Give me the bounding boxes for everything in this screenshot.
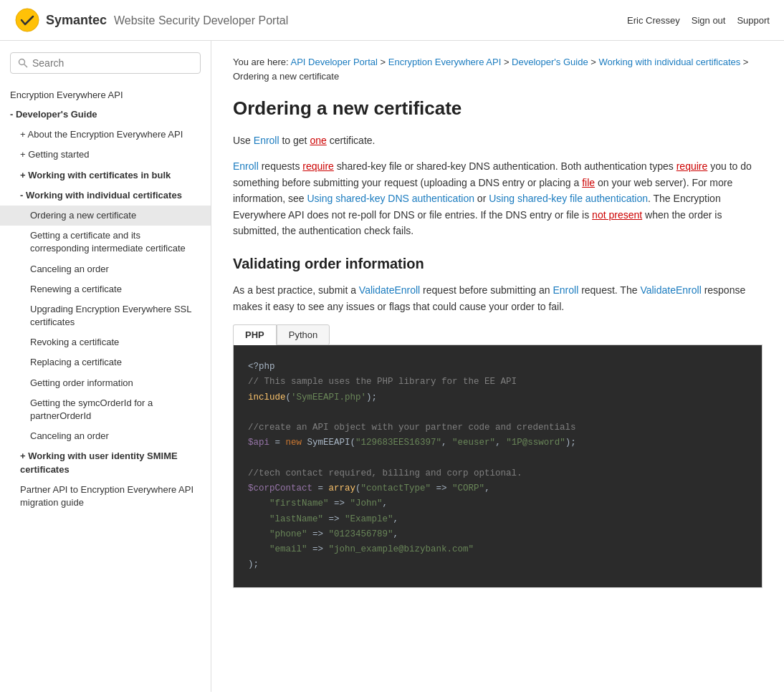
code-line-2: // This sample uses the PHP library for … [248,375,747,390]
code-line-9: "lastName" => "Example", [248,512,747,527]
code-line-12: ); [248,557,747,572]
file-auth-link[interactable]: Using shared-key file authentication [489,193,648,204]
sidebar-item-getting-symcorderid[interactable]: Getting the symcOrderId for a partnerOrd… [0,393,211,426]
breadcrumb-working-individual[interactable]: Working with individual certificates [599,57,741,67]
tab-php[interactable]: PHP [233,324,277,345]
svg-line-2 [24,64,28,68]
breadcrumb-devguide[interactable]: Developer's Guide [512,57,588,67]
code-line-empty1 [248,405,747,420]
sidebar-item-working-bulk[interactable]: + Working with certificates in bulk [0,165,211,185]
toggle-icon: - [10,109,16,120]
sidebar-item-getting-cert[interactable]: Getting a certificate and its correspond… [0,226,211,259]
toggle-plus-icon: + [20,450,28,461]
sidebar-item-canceling-order[interactable]: Canceling an order [0,259,211,279]
breadcrumb-current: Ordering a new certificate [233,71,339,82]
symantec-logo-icon [14,7,40,33]
body-paragraph-1: Enroll requests require shared-key file … [233,158,763,238]
toggle-minus-icon: - [20,190,26,201]
toggle-plus-icon: + [20,149,28,160]
toggle-plus-icon: + [20,129,28,140]
section2-paragraph: As a best practice, submit a ValidateEnr… [233,282,763,314]
dns-auth-link[interactable]: Using shared-key DNS authentication [307,193,474,204]
sidebar-section-title: Encryption Everywhere API [0,85,211,105]
sidebar-item-renewing-cert[interactable]: Renewing a certificate [0,279,211,299]
validate-enroll-link-1[interactable]: ValidateEnroll [359,284,420,296]
sidebar: Encryption Everywhere API - Developer's … [0,41,211,692]
header: Symantec Website Security Developer Port… [0,0,784,41]
code-line-11: "email" => "john_example@bizybank.com" [248,542,747,557]
enroll-link-3[interactable]: Enroll [553,284,578,296]
sidebar-item-upgrading-ssl[interactable]: Upgrading Encryption Everywhere SSL cert… [0,299,211,332]
search-box[interactable] [10,52,201,74]
code-line-5: $api = new SymEEAPI("129683EES16397", "e… [248,435,747,450]
sidebar-item-developers-guide[interactable]: - Developer's Guide [0,105,211,125]
toggle-plus-icon: + [20,170,28,180]
one-text: one [310,135,326,146]
logo-text: Symantec Website Security Developer Port… [46,13,288,28]
logo-area: Symantec Website Security Developer Port… [14,7,288,33]
sidebar-item-replacing-cert[interactable]: Replacing a certificate [0,352,211,372]
breadcrumb-prefix: You are here: [233,57,290,67]
code-line-7: $corpContact = array("contactType" => "C… [248,481,747,496]
code-tabs: PHP Python [233,324,763,345]
code-line-4: //create an API object with your partner… [248,420,747,435]
sidebar-item-getting-started[interactable]: + Getting started [0,145,211,165]
code-block: <?php // This sample uses the PHP librar… [233,344,763,588]
sidebar-item-ordering-new[interactable]: Ordering a new certificate [0,206,211,226]
not-present-text: not present [592,209,642,221]
sidebar-item-working-smime[interactable]: + Working with user identity SMIME certi… [0,446,211,479]
svg-point-0 [16,9,39,32]
user-name: Eric Cressey [627,15,680,26]
enroll-link-2[interactable]: Enroll [233,160,259,172]
tab-python[interactable]: Python [277,324,330,345]
layout: Encryption Everywhere API - Developer's … [0,41,784,692]
code-line-1: <?php [248,360,747,375]
page-title: Ordering a new certificate [233,97,763,120]
code-line-3: include('SymEEAPI.php'); [248,390,747,405]
sidebar-item-revoking-cert[interactable]: Revoking a certificate [0,332,211,352]
svg-point-1 [19,59,25,65]
breadcrumb-ee-api[interactable]: Encryption Everywhere API [388,57,502,67]
sidebar-item-canceling-order2[interactable]: Canceling an order [0,426,211,446]
require-text-2: require [677,160,708,172]
sidebar-item-about-ee[interactable]: + About the Encryption Everywhere API [0,125,211,145]
code-line-8: "firstName" => "John", [248,496,747,511]
breadcrumb-api-portal[interactable]: API Developer Portal [290,57,377,67]
code-line-10: "phone" => "0123456789", [248,527,747,542]
sidebar-item-getting-order-info[interactable]: Getting order information [0,373,211,393]
section2-title: Validating order information [233,256,763,272]
code-line-6: //tech contact required, billing and cor… [248,466,747,481]
header-nav: Eric Cressey Sign out Support [627,15,770,26]
enroll-link-1[interactable]: Enroll [254,135,279,146]
main-content: You are here: API Developer Portal > Enc… [211,41,784,692]
validate-enroll-link-2[interactable]: ValidateEnroll [640,284,701,296]
search-input[interactable] [32,57,193,69]
require-text: require [302,160,334,172]
sidebar-item-partner-api[interactable]: Partner API to Encryption Everywhere API… [0,480,211,513]
breadcrumb: You are here: API Developer Portal > Enc… [233,55,763,83]
sign-out-link[interactable]: Sign out [692,15,726,26]
support-link[interactable]: Support [737,15,770,26]
search-icon [18,58,28,68]
sidebar-item-working-individual[interactable]: - Working with individual certificates [0,185,211,206]
code-line-empty2 [248,451,747,466]
file-text: file [582,177,595,188]
intro-paragraph: Use Enroll to get one certificate. [233,132,763,148]
